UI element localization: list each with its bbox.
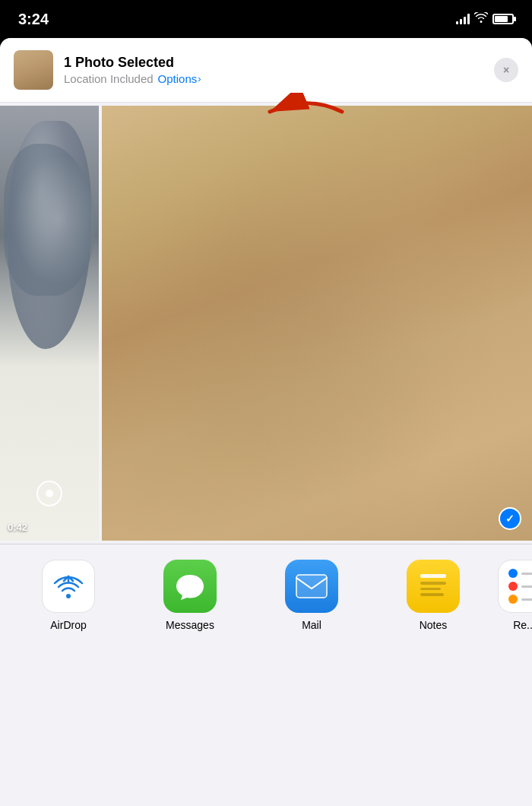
app-mail[interactable]: Mail [251, 560, 372, 631]
video-duration: 0:42 [8, 522, 27, 533]
close-button[interactable]: × [494, 58, 518, 82]
photos-strip: 0:42 ✓ [0, 103, 532, 544]
notes-label: Notes [420, 619, 448, 631]
share-title: 1 Photo Selected [64, 55, 483, 71]
notes-app-icon [407, 560, 460, 613]
status-bar: 3:24 [0, 0, 532, 38]
app-notes[interactable]: Notes [372, 560, 494, 631]
apps-row: AirDrop Messages [0, 560, 532, 631]
checkmark-icon: ✓ [505, 513, 515, 524]
share-header: 1 Photo Selected Location Included Optio… [0, 38, 532, 103]
status-icons [456, 12, 514, 26]
svg-point-1 [66, 594, 71, 598]
app-messages[interactable]: Messages [129, 560, 251, 631]
app-airdrop[interactable]: AirDrop [8, 560, 129, 631]
photo-main[interactable]: ✓ [102, 106, 532, 541]
battery-icon [492, 14, 514, 24]
photo-left[interactable]: 0:42 [0, 106, 99, 541]
status-time: 3:24 [18, 11, 49, 28]
airdrop-app-icon [42, 560, 95, 613]
app-reminders[interactable]: Re... [494, 560, 532, 631]
reminders-label: Re... [513, 619, 532, 631]
wifi-icon [474, 12, 488, 26]
reminders-dots-decoration [505, 566, 533, 607]
options-link[interactable]: Options › [158, 72, 201, 85]
svg-rect-3 [296, 575, 327, 598]
airdrop-label: AirDrop [50, 619, 86, 631]
messages-label: Messages [166, 619, 214, 631]
messages-app-icon [163, 560, 217, 613]
selected-check-badge: ✓ [499, 507, 521, 530]
photo-left-image [0, 106, 99, 541]
selected-photo-thumbnail [14, 50, 53, 90]
apps-section: AirDrop Messages [0, 544, 532, 639]
share-sheet: 1 Photo Selected Location Included Optio… [0, 38, 532, 806]
reminders-app-icon [498, 560, 532, 613]
photo-main-image [102, 106, 532, 541]
close-icon: × [503, 65, 509, 75]
mail-label: Mail [302, 619, 321, 631]
chevron-right-icon: › [198, 73, 201, 84]
video-play-indicator [36, 481, 62, 506]
signal-icon [456, 14, 470, 24]
mail-app-icon [285, 560, 338, 613]
share-subtitle: Location Included Options › [64, 72, 483, 85]
